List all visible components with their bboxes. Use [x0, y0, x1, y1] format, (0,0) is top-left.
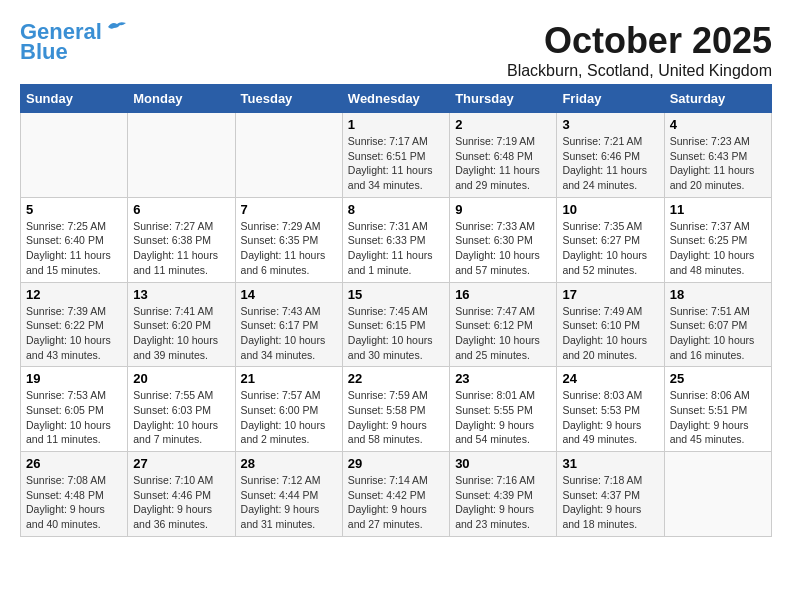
calendar-week-row: 26Sunrise: 7:08 AM Sunset: 4:48 PM Dayli… — [21, 452, 772, 537]
table-row: 18Sunrise: 7:51 AM Sunset: 6:07 PM Dayli… — [664, 282, 771, 367]
table-row: 20Sunrise: 7:55 AM Sunset: 6:03 PM Dayli… — [128, 367, 235, 452]
day-number: 1 — [348, 117, 444, 132]
day-number: 18 — [670, 287, 766, 302]
table-row: 29Sunrise: 7:14 AM Sunset: 4:42 PM Dayli… — [342, 452, 449, 537]
logo-text2: Blue — [20, 40, 68, 64]
day-number: 16 — [455, 287, 551, 302]
table-row: 22Sunrise: 7:59 AM Sunset: 5:58 PM Dayli… — [342, 367, 449, 452]
day-info: Sunrise: 7:31 AM Sunset: 6:33 PM Dayligh… — [348, 219, 444, 278]
day-info: Sunrise: 7:51 AM Sunset: 6:07 PM Dayligh… — [670, 304, 766, 363]
day-info: Sunrise: 7:21 AM Sunset: 6:46 PM Dayligh… — [562, 134, 658, 193]
calendar-header-row: Sunday Monday Tuesday Wednesday Thursday… — [21, 85, 772, 113]
location-subtitle: Blackburn, Scotland, United Kingdom — [507, 62, 772, 80]
calendar-week-row: 19Sunrise: 7:53 AM Sunset: 6:05 PM Dayli… — [21, 367, 772, 452]
table-row: 10Sunrise: 7:35 AM Sunset: 6:27 PM Dayli… — [557, 197, 664, 282]
table-row: 13Sunrise: 7:41 AM Sunset: 6:20 PM Dayli… — [128, 282, 235, 367]
day-info: Sunrise: 7:29 AM Sunset: 6:35 PM Dayligh… — [241, 219, 337, 278]
month-title: October 2025 — [507, 20, 772, 62]
day-number: 27 — [133, 456, 229, 471]
day-number: 10 — [562, 202, 658, 217]
day-number: 31 — [562, 456, 658, 471]
table-row: 19Sunrise: 7:53 AM Sunset: 6:05 PM Dayli… — [21, 367, 128, 452]
day-info: Sunrise: 7:47 AM Sunset: 6:12 PM Dayligh… — [455, 304, 551, 363]
day-number: 21 — [241, 371, 337, 386]
day-number: 20 — [133, 371, 229, 386]
day-info: Sunrise: 8:06 AM Sunset: 5:51 PM Dayligh… — [670, 388, 766, 447]
header-sunday: Sunday — [21, 85, 128, 113]
day-number: 5 — [26, 202, 122, 217]
logo: General Blue — [20, 20, 128, 64]
day-info: Sunrise: 7:10 AM Sunset: 4:46 PM Dayligh… — [133, 473, 229, 532]
table-row: 5Sunrise: 7:25 AM Sunset: 6:40 PM Daylig… — [21, 197, 128, 282]
table-row: 2Sunrise: 7:19 AM Sunset: 6:48 PM Daylig… — [450, 113, 557, 198]
day-number: 30 — [455, 456, 551, 471]
day-number: 13 — [133, 287, 229, 302]
day-number: 28 — [241, 456, 337, 471]
day-number: 6 — [133, 202, 229, 217]
table-row — [664, 452, 771, 537]
day-info: Sunrise: 7:57 AM Sunset: 6:00 PM Dayligh… — [241, 388, 337, 447]
day-info: Sunrise: 7:43 AM Sunset: 6:17 PM Dayligh… — [241, 304, 337, 363]
table-row: 4Sunrise: 7:23 AM Sunset: 6:43 PM Daylig… — [664, 113, 771, 198]
day-info: Sunrise: 7:33 AM Sunset: 6:30 PM Dayligh… — [455, 219, 551, 278]
day-number: 7 — [241, 202, 337, 217]
day-info: Sunrise: 7:23 AM Sunset: 6:43 PM Dayligh… — [670, 134, 766, 193]
day-info: Sunrise: 7:17 AM Sunset: 6:51 PM Dayligh… — [348, 134, 444, 193]
table-row: 6Sunrise: 7:27 AM Sunset: 6:38 PM Daylig… — [128, 197, 235, 282]
day-number: 4 — [670, 117, 766, 132]
table-row: 1Sunrise: 7:17 AM Sunset: 6:51 PM Daylig… — [342, 113, 449, 198]
day-number: 29 — [348, 456, 444, 471]
day-info: Sunrise: 7:37 AM Sunset: 6:25 PM Dayligh… — [670, 219, 766, 278]
day-number: 9 — [455, 202, 551, 217]
table-row: 24Sunrise: 8:03 AM Sunset: 5:53 PM Dayli… — [557, 367, 664, 452]
table-row: 16Sunrise: 7:47 AM Sunset: 6:12 PM Dayli… — [450, 282, 557, 367]
day-info: Sunrise: 7:49 AM Sunset: 6:10 PM Dayligh… — [562, 304, 658, 363]
day-number: 8 — [348, 202, 444, 217]
day-number: 3 — [562, 117, 658, 132]
table-row — [21, 113, 128, 198]
day-number: 23 — [455, 371, 551, 386]
day-info: Sunrise: 7:14 AM Sunset: 4:42 PM Dayligh… — [348, 473, 444, 532]
day-info: Sunrise: 7:16 AM Sunset: 4:39 PM Dayligh… — [455, 473, 551, 532]
day-info: Sunrise: 7:53 AM Sunset: 6:05 PM Dayligh… — [26, 388, 122, 447]
table-row: 12Sunrise: 7:39 AM Sunset: 6:22 PM Dayli… — [21, 282, 128, 367]
day-info: Sunrise: 7:18 AM Sunset: 4:37 PM Dayligh… — [562, 473, 658, 532]
header-thursday: Thursday — [450, 85, 557, 113]
calendar-table: Sunday Monday Tuesday Wednesday Thursday… — [20, 84, 772, 537]
header-saturday: Saturday — [664, 85, 771, 113]
table-row: 21Sunrise: 7:57 AM Sunset: 6:00 PM Dayli… — [235, 367, 342, 452]
table-row: 14Sunrise: 7:43 AM Sunset: 6:17 PM Dayli… — [235, 282, 342, 367]
header-monday: Monday — [128, 85, 235, 113]
day-number: 11 — [670, 202, 766, 217]
day-number: 2 — [455, 117, 551, 132]
table-row: 23Sunrise: 8:01 AM Sunset: 5:55 PM Dayli… — [450, 367, 557, 452]
calendar-week-row: 1Sunrise: 7:17 AM Sunset: 6:51 PM Daylig… — [21, 113, 772, 198]
header-wednesday: Wednesday — [342, 85, 449, 113]
day-number: 14 — [241, 287, 337, 302]
day-number: 17 — [562, 287, 658, 302]
table-row: 30Sunrise: 7:16 AM Sunset: 4:39 PM Dayli… — [450, 452, 557, 537]
day-number: 12 — [26, 287, 122, 302]
day-number: 19 — [26, 371, 122, 386]
day-info: Sunrise: 7:25 AM Sunset: 6:40 PM Dayligh… — [26, 219, 122, 278]
table-row: 25Sunrise: 8:06 AM Sunset: 5:51 PM Dayli… — [664, 367, 771, 452]
day-number: 15 — [348, 287, 444, 302]
day-info: Sunrise: 7:12 AM Sunset: 4:44 PM Dayligh… — [241, 473, 337, 532]
table-row — [128, 113, 235, 198]
day-info: Sunrise: 7:55 AM Sunset: 6:03 PM Dayligh… — [133, 388, 229, 447]
title-block: October 2025 Blackburn, Scotland, United… — [507, 20, 772, 80]
page-header: General Blue October 2025 Blackburn, Sco… — [20, 20, 772, 80]
table-row: 3Sunrise: 7:21 AM Sunset: 6:46 PM Daylig… — [557, 113, 664, 198]
day-info: Sunrise: 7:45 AM Sunset: 6:15 PM Dayligh… — [348, 304, 444, 363]
table-row: 31Sunrise: 7:18 AM Sunset: 4:37 PM Dayli… — [557, 452, 664, 537]
day-number: 25 — [670, 371, 766, 386]
table-row: 15Sunrise: 7:45 AM Sunset: 6:15 PM Dayli… — [342, 282, 449, 367]
table-row — [235, 113, 342, 198]
day-info: Sunrise: 8:01 AM Sunset: 5:55 PM Dayligh… — [455, 388, 551, 447]
day-info: Sunrise: 7:19 AM Sunset: 6:48 PM Dayligh… — [455, 134, 551, 193]
table-row: 27Sunrise: 7:10 AM Sunset: 4:46 PM Dayli… — [128, 452, 235, 537]
day-info: Sunrise: 7:41 AM Sunset: 6:20 PM Dayligh… — [133, 304, 229, 363]
day-info: Sunrise: 7:08 AM Sunset: 4:48 PM Dayligh… — [26, 473, 122, 532]
table-row: 11Sunrise: 7:37 AM Sunset: 6:25 PM Dayli… — [664, 197, 771, 282]
calendar-week-row: 5Sunrise: 7:25 AM Sunset: 6:40 PM Daylig… — [21, 197, 772, 282]
